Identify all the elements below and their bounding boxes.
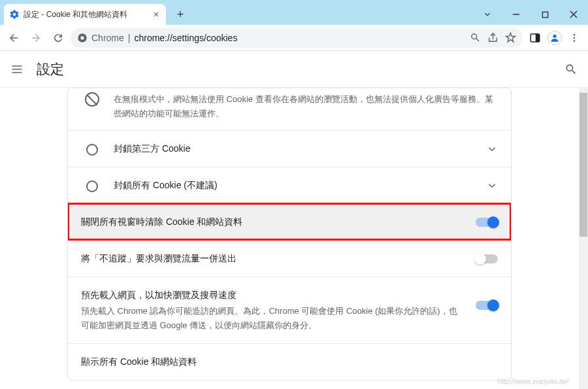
- window-dropdown-icon[interactable]: [473, 4, 502, 25]
- window-close-icon[interactable]: [559, 4, 588, 25]
- see-all-cookies-row[interactable]: 顯示所有 Cookie 和網站資料: [68, 343, 511, 380]
- window-titlebar: 設定 - Cookie 和其他網站資料 × +: [0, 0, 588, 25]
- address-bar[interactable]: Chrome|chrome://settings/cookies: [71, 28, 523, 48]
- settings-favicon: [9, 9, 20, 20]
- url-text: Chrome|chrome://settings/cookies: [91, 33, 237, 43]
- back-button[interactable]: [4, 28, 24, 48]
- row-description: 預先載入 Chrome 認為你可能造訪的網頁。為此，Chrome 可能會使用 C…: [81, 304, 465, 333]
- browser-toolbar: Chrome|chrome://settings/cookies: [0, 25, 588, 51]
- clear-on-exit-row[interactable]: 關閉所有視窗時清除 Cookie 和網站資料: [68, 203, 511, 240]
- tab-title: 設定 - Cookie 和其他網站資料: [24, 9, 148, 20]
- tab-close-icon[interactable]: ×: [152, 9, 161, 20]
- profile-avatar[interactable]: [547, 31, 562, 45]
- bookmark-icon[interactable]: [505, 32, 516, 43]
- row-label: 關閉所有視窗時清除 Cookie 和網站資料: [81, 214, 465, 229]
- window-minimize-icon[interactable]: [502, 4, 531, 25]
- clear-on-exit-toggle[interactable]: [476, 218, 498, 227]
- svg-point-7: [574, 34, 576, 36]
- new-tab-button[interactable]: +: [171, 5, 189, 24]
- incognito-block-row: 在無痕模式中，網站無法使用 Cookie 查看你在各網站的瀏覽活動，也無法提供個…: [68, 88, 511, 130]
- block-all-radio-row[interactable]: 封鎖所有 Cookie (不建議): [68, 167, 511, 203]
- dnt-toggle[interactable]: [476, 254, 498, 263]
- block-icon: [85, 92, 99, 107]
- row-label: 封鎖第三方 Cookie: [114, 141, 476, 156]
- chrome-logo-icon: [77, 33, 88, 43]
- preload-pages-row[interactable]: 預先載入網頁，以加快瀏覽及搜尋速度 預先載入 Chrome 認為你可能造訪的網頁…: [68, 277, 511, 343]
- hamburger-menu-icon[interactable]: [10, 63, 26, 76]
- preload-toggle[interactable]: [476, 301, 498, 310]
- side-panel-icon[interactable]: [525, 28, 545, 48]
- watermark: http://www.xiaoyao.tw/: [497, 377, 568, 385]
- scrollbar[interactable]: [579, 88, 588, 389]
- window-maximize-icon[interactable]: [531, 4, 559, 25]
- search-icon[interactable]: [564, 63, 578, 76]
- svg-point-9: [574, 40, 576, 42]
- chevron-down-icon[interactable]: [486, 143, 498, 155]
- svg-rect-1: [542, 12, 547, 17]
- zoom-icon[interactable]: [470, 32, 481, 43]
- svg-point-8: [574, 37, 576, 39]
- do-not-track-row[interactable]: 將「不追蹤」要求與瀏覽流量一併送出: [68, 240, 511, 277]
- share-icon[interactable]: [487, 32, 498, 43]
- row-label: 將「不追蹤」要求與瀏覽流量一併送出: [81, 251, 465, 265]
- row-label: 預先載入網頁，以加快瀏覽及搜尋速度: [81, 288, 465, 302]
- row-label: 封鎖所有 Cookie (不建議): [114, 178, 476, 192]
- settings-header: 設定: [0, 51, 588, 88]
- radio-icon: [86, 180, 98, 192]
- page-title: 設定: [37, 60, 64, 78]
- incognito-description: 在無痕模式中，網站無法使用 Cookie 查看你在各網站的瀏覽活動，也無法提供個…: [114, 92, 498, 121]
- window-controls: [473, 4, 588, 25]
- svg-point-6: [553, 34, 556, 37]
- block-third-party-radio-row[interactable]: 封鎖第三方 Cookie: [68, 130, 511, 167]
- svg-point-3: [80, 36, 84, 39]
- row-label: 顯示所有 Cookie 和網站資料: [81, 354, 498, 369]
- scrollbar-thumb[interactable]: [580, 93, 587, 237]
- radio-icon: [86, 144, 98, 156]
- chevron-down-icon[interactable]: [486, 180, 498, 192]
- cookies-settings-panel: 在無痕模式中，網站無法使用 Cookie 查看你在各網站的瀏覽活動，也無法提供個…: [67, 88, 512, 381]
- reload-button[interactable]: [48, 28, 68, 48]
- forward-button[interactable]: [26, 28, 46, 48]
- browser-tab[interactable]: 設定 - Cookie 和其他網站資料 ×: [4, 4, 166, 25]
- kebab-menu-icon[interactable]: [564, 28, 584, 48]
- svg-rect-5: [536, 34, 540, 42]
